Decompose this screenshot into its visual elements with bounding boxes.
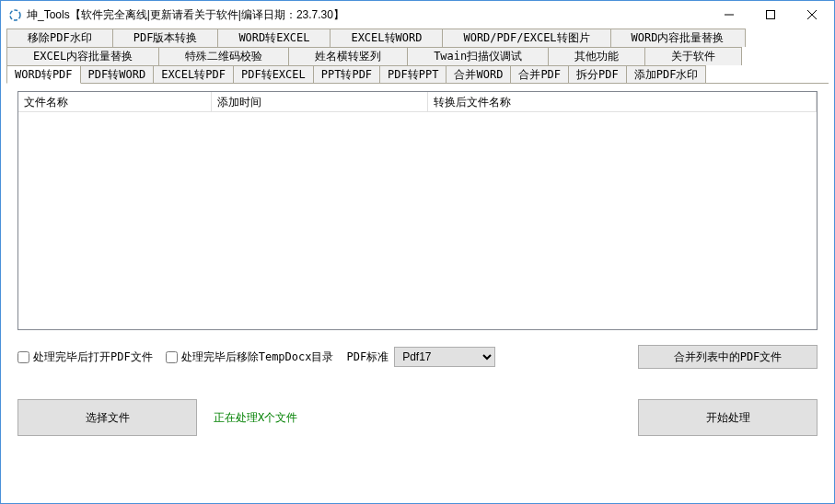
col-output-name[interactable]: 转换后文件名称	[428, 92, 817, 112]
checkbox-open-after[interactable]: 处理完毕后打开PDF文件	[17, 349, 153, 365]
tab-excel-batch-replace[interactable]: EXCEL内容批量替换	[6, 47, 159, 65]
maximize-button[interactable]	[749, 2, 791, 29]
checkbox-remove-tempdir-input[interactable]	[166, 351, 178, 363]
start-process-button[interactable]: 开始处理	[638, 399, 818, 436]
tab-office-to-image[interactable]: WORD/PDF/EXCEL转图片	[442, 29, 610, 47]
col-filename[interactable]: 文件名称	[18, 92, 212, 112]
checkbox-open-after-label: 处理完毕后打开PDF文件	[33, 349, 153, 365]
subtab-pdf-to-ppt[interactable]: PDF转PPT	[379, 65, 446, 84]
titlebar: 坤_Tools【软件完全离线|更新请看关于软件|编译日期：23.7.30】	[1, 1, 834, 29]
pdf-standard-label: PDF标准	[346, 349, 389, 365]
checkbox-remove-tempdir-label: 处理完毕后移除TempDocx目录	[181, 349, 334, 365]
subtab-split-pdf[interactable]: 拆分PDF	[568, 65, 627, 84]
select-file-button[interactable]: 选择文件	[17, 399, 197, 436]
merge-list-pdf-button[interactable]: 合并列表中的PDF文件	[638, 345, 818, 369]
sub-tabs-row: WORD转PDF PDF转WORD EXCEL转PDF PDF转EXCEL PP…	[6, 65, 829, 84]
subtab-merge-pdf[interactable]: 合并PDF	[510, 65, 569, 84]
pdf-standard-select[interactable]: Pdf17	[394, 347, 495, 367]
checkbox-open-after-input[interactable]	[17, 351, 29, 363]
subtab-ppt-to-pdf[interactable]: PPT转PDF	[313, 65, 380, 84]
tab-excel-to-word[interactable]: EXCEL转WORD	[330, 29, 443, 47]
main-tabs-row-1: 移除PDF水印 PDF版本转换 WORD转EXCEL EXCEL转WORD WO…	[6, 29, 829, 47]
tab-name-transpose[interactable]: 姓名横转竖列	[288, 47, 408, 65]
subtab-pdf-to-excel[interactable]: PDF转EXCEL	[233, 65, 314, 84]
svg-rect-2	[766, 11, 774, 19]
tab-pdf-version-convert[interactable]: PDF版本转换	[112, 29, 219, 47]
main-tabs-row-2: EXCEL内容批量替换 特殊二维码校验 姓名横转竖列 Twain扫描仪调试 其他…	[6, 47, 829, 65]
tab-word-batch-replace[interactable]: WORD内容批量替换	[610, 29, 746, 47]
window-title: 坤_Tools【软件完全离线|更新请看关于软件|编译日期：23.7.30】	[27, 7, 708, 23]
tab-content: 文件名称 添加时间 转换后文件名称 处理完毕后打开PDF文件 处理完毕后移除Te…	[6, 83, 829, 447]
close-button[interactable]	[791, 2, 832, 29]
status-text: 正在处理X个文件	[214, 410, 638, 426]
file-list-table[interactable]: 文件名称 添加时间 转换后文件名称	[17, 91, 818, 330]
svg-point-0	[10, 10, 20, 20]
tab-twain-scanner[interactable]: Twain扫描仪调试	[407, 47, 549, 65]
subtab-merge-word[interactable]: 合并WORD	[446, 65, 511, 84]
table-header: 文件名称 添加时间 转换后文件名称	[18, 92, 817, 112]
tabs-container: 移除PDF水印 PDF版本转换 WORD转EXCEL EXCEL转WORD WO…	[1, 29, 834, 447]
tab-about[interactable]: 关于软件	[644, 47, 742, 65]
tab-remove-pdf-watermark[interactable]: 移除PDF水印	[6, 29, 113, 47]
minimize-button[interactable]	[708, 2, 749, 29]
tab-qr-verify[interactable]: 特殊二维码校验	[158, 47, 289, 65]
tab-other-functions[interactable]: 其他功能	[548, 47, 645, 65]
subtab-pdf-to-word[interactable]: PDF转WORD	[80, 65, 155, 84]
subtab-excel-to-pdf[interactable]: EXCEL转PDF	[153, 65, 234, 84]
col-addtime[interactable]: 添加时间	[212, 92, 428, 112]
subtab-add-pdf-watermark[interactable]: 添加PDF水印	[626, 65, 707, 84]
window-controls	[708, 2, 832, 29]
tab-word-to-excel[interactable]: WORD转EXCEL	[217, 29, 331, 47]
app-window: 坤_Tools【软件完全离线|更新请看关于软件|编译日期：23.7.30】 移除…	[0, 0, 835, 504]
checkbox-remove-tempdir[interactable]: 处理完毕后移除TempDocx目录	[166, 349, 334, 365]
subtab-word-to-pdf[interactable]: WORD转PDF	[6, 65, 81, 84]
options-row: 处理完毕后打开PDF文件 处理完毕后移除TempDocx目录 PDF标准 Pdf…	[17, 347, 818, 367]
app-icon	[8, 8, 22, 22]
action-row: 选择文件 正在处理X个文件 开始处理	[17, 399, 818, 436]
